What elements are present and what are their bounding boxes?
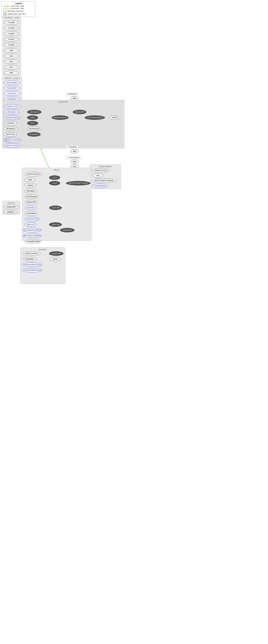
node-goldfarm-transfer[interactable]: transfer bbox=[4, 121, 17, 126]
node-erc20capped-cap[interactable]: cap bbox=[92, 173, 103, 178]
legend-item-internal: Internal Call bbox=[3, 5, 33, 7]
node-erc20-_approve[interactable]: _approve bbox=[49, 222, 62, 227]
context-title: Context bbox=[2, 202, 20, 204]
node-erc20-name[interactable]: name bbox=[24, 178, 35, 182]
node-goldfarm-delegateBySig[interactable]: delegateBySig bbox=[4, 116, 21, 120]
node-ierc20-balanceOf[interactable]: balanceOf bbox=[3, 86, 20, 90]
legend-title: Legend bbox=[3, 2, 33, 4]
node-ierc20-totalSupply[interactable]: totalSupply bbox=[3, 80, 20, 85]
node-context-_msgSender[interactable]: _msgSender bbox=[3, 205, 19, 209]
legend-item-defined: Defined Contract bbox=[3, 10, 33, 12]
_totalSupply-box: _totalSupply bbox=[66, 156, 81, 160]
node-goldfarm-getPriorVotes[interactable]: getPriorVotes bbox=[4, 143, 22, 148]
node-goldfarm-delegate[interactable]: delegate bbox=[4, 110, 19, 114]
goldfarm-title: GOLDFARM bbox=[2, 101, 124, 103]
node-erc20-_burn[interactable]: _burn bbox=[49, 181, 60, 186]
node-goldfarm-_writeCheckpoint[interactable]: _writeCheckpoint bbox=[85, 116, 105, 120]
node-erc20-increaseAllowance[interactable]: increaseAllowance bbox=[23, 228, 41, 232]
node-erc20-_msgSender[interactable]: _msgSender bbox=[60, 228, 74, 232]
undefined-contract-icon bbox=[3, 13, 6, 15]
node-ownable-transferOwnership[interactable]: transferOwnership bbox=[22, 268, 42, 272]
arrows-svg bbox=[0, 0, 268, 644]
node-goldfarm-balanceOf[interactable]: balanceOf bbox=[73, 110, 86, 114]
node-erc20-_mint[interactable]: _mint bbox=[49, 176, 60, 180]
node-ownable-renounceOwnership[interactable]: renounceOwnership bbox=[22, 262, 42, 267]
node-erc20-decreaseAllowance[interactable]: decreaseAllowance bbox=[23, 234, 41, 238]
external-call-line bbox=[3, 8, 10, 9]
internal-call-line bbox=[3, 6, 10, 6]
node-_totalSupply-add[interactable]: add bbox=[70, 160, 79, 164]
node-safemath-tryMul[interactable]: tryMul bbox=[4, 32, 19, 36]
node-erc20capped-constructor[interactable]: <Constructor> bbox=[92, 168, 110, 173]
node-safemath-mod[interactable]: mod bbox=[4, 71, 19, 75]
node-erc20-decimals[interactable]: decimals bbox=[24, 189, 37, 193]
legend-item-undefined: Undefined Contract bbox=[3, 13, 33, 15]
node-erc20capped-_beforeTokenTransfer[interactable]: _beforeTokenTransfer bbox=[91, 178, 117, 183]
safemath-title: SafeMath (lib) bbox=[2, 17, 21, 19]
diagram-container: Legend Internal Call External Call Defin… bbox=[0, 0, 268, 644]
erc20-title: ERC20 bbox=[22, 169, 91, 171]
node-ownable-_msgSender[interactable]: _msgSender bbox=[49, 251, 63, 256]
node-erc20-allowance[interactable]: allowance bbox=[24, 211, 38, 216]
node-ownable-owner[interactable]: owner bbox=[50, 257, 61, 261]
legend-item-external: External Call bbox=[3, 8, 33, 10]
node-safemath-trySub[interactable]: trySub bbox=[4, 26, 19, 30]
node-safemath-sub[interactable]: sub bbox=[4, 54, 19, 58]
node-goldfarm-getCurrentVotes[interactable]: getCurrentVotes bbox=[4, 138, 22, 142]
legend-box: Legend Internal Call External Call Defin… bbox=[1, 1, 35, 17]
node-safemath-add[interactable]: add bbox=[4, 48, 19, 53]
legend-internal-label: Internal Call bbox=[11, 5, 24, 7]
legend-external-label: External Call bbox=[11, 8, 24, 10]
node-goldfarm-getChainId[interactable]: getChainId bbox=[27, 126, 41, 131]
node-erc20-_transfer[interactable]: _transfer bbox=[49, 206, 62, 210]
node-erc20-constructor[interactable]: <Constructor> bbox=[24, 172, 42, 176]
node-safemath-mul[interactable]: mul bbox=[4, 60, 19, 64]
node-safemath-div[interactable]: div bbox=[4, 65, 19, 70]
node-erc20-symbol[interactable]: symbol bbox=[24, 183, 36, 188]
node-erc20-_setupDecimals[interactable]: _setupDecimals bbox=[24, 239, 41, 244]
node-goldfarm-allowance[interactable]: allowance bbox=[27, 132, 41, 136]
erc20capped-title: ERC20Capped bbox=[90, 166, 121, 168]
node-erc20-approve[interactable]: approve bbox=[24, 222, 36, 227]
legend-defined-label: Defined Contract bbox=[8, 10, 24, 12]
node-goldfarm-burnFrom[interactable]: burnFrom bbox=[4, 132, 17, 136]
ownable-title: Ownable bbox=[20, 248, 65, 251]
srcRepOld-box: srcRepOld bbox=[66, 146, 78, 149]
node-safemath-tryMod[interactable]: tryMod bbox=[4, 43, 19, 47]
dstRepOld-box: dstRepOld bbox=[66, 92, 78, 96]
node-goldfarm-moveDelegates[interactable]: moveDelegates bbox=[52, 116, 69, 120]
node-goldfarm-delegates[interactable]: delegates bbox=[4, 126, 18, 131]
node-goldfarm-name[interactable]: name bbox=[27, 116, 38, 120]
node-goldfarm-mint[interactable]: mint bbox=[27, 121, 38, 126]
node-context-_msgData[interactable]: _msgData bbox=[3, 210, 17, 214]
node-safemath-tryAdd[interactable]: tryAdd bbox=[4, 20, 19, 25]
node-ierc20-transfer[interactable]: transfer bbox=[3, 91, 20, 96]
node-erc20capped-totalSupply[interactable]: totalSupply bbox=[92, 184, 107, 188]
node-goldfarm-constructor[interactable]: <Constructor> bbox=[4, 104, 21, 109]
ierc20-title: IERC20 (iface) bbox=[2, 78, 22, 80]
node-goldfarm-_delegate[interactable]: _delegate bbox=[27, 110, 41, 114]
node-goldfarm-safe32[interactable]: safe32 bbox=[109, 116, 120, 120]
node-erc20-totalSupply[interactable]: totalSupply bbox=[24, 194, 39, 199]
node-erc20-transfer[interactable]: transfer bbox=[24, 206, 36, 210]
node-erc20-_beforeTokenTransfer[interactable]: _beforeTokenTransfer bbox=[66, 181, 91, 186]
node-ownable-constructor[interactable]: <Constructor> bbox=[23, 251, 41, 256]
node-safemath-tryDiv[interactable]: tryDiv bbox=[4, 37, 19, 42]
node-ownable-onlyOwner[interactable]: onlyOwner bbox=[23, 257, 37, 261]
node-erc20-balanceOf[interactable]: balanceOf bbox=[24, 200, 38, 204]
legend-undefined-label: Undefined Contract bbox=[8, 13, 26, 15]
defined-contract-icon bbox=[3, 10, 6, 12]
node-erc20-transferFrom[interactable]: transferFrom bbox=[24, 217, 40, 221]
node-srcRepOld-sub[interactable]: sub bbox=[70, 149, 79, 154]
